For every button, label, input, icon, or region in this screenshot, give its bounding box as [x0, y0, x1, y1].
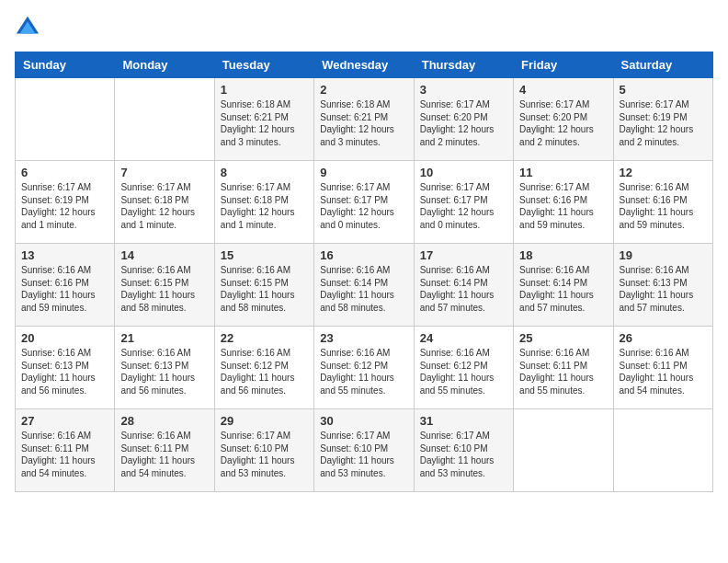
calendar-cell [16, 78, 115, 161]
calendar-cell: 24Sunrise: 6:16 AM Sunset: 6:12 PM Dayli… [414, 327, 513, 409]
cell-content: Sunrise: 6:16 AM Sunset: 6:11 PM Dayligh… [519, 347, 607, 396]
cell-content: Sunrise: 6:16 AM Sunset: 6:15 PM Dayligh… [120, 264, 208, 314]
calendar-cell: 5Sunrise: 6:17 AM Sunset: 6:19 PM Daylig… [613, 78, 712, 161]
cell-content: Sunrise: 6:16 AM Sunset: 6:11 PM Dayligh… [620, 347, 707, 396]
weekday-header-saturday: Saturday [613, 52, 712, 78]
calendar-cell: 6Sunrise: 6:17 AM Sunset: 6:19 PM Daylig… [16, 161, 115, 244]
day-number: 15 [221, 248, 308, 262]
day-number: 10 [420, 166, 507, 179]
calendar-week-row: 13Sunrise: 6:16 AM Sunset: 6:16 PM Dayli… [16, 244, 713, 327]
calendar-cell [613, 409, 712, 492]
day-number: 2 [320, 83, 407, 97]
calendar-cell: 18Sunrise: 6:16 AM Sunset: 6:14 PM Dayli… [514, 244, 613, 327]
day-number: 23 [320, 331, 407, 345]
calendar-cell: 20Sunrise: 6:16 AM Sunset: 6:13 PM Dayli… [16, 327, 115, 409]
day-number: 12 [620, 166, 707, 179]
day-number: 8 [221, 166, 308, 179]
calendar-cell: 30Sunrise: 6:17 AM Sunset: 6:10 PM Dayli… [314, 409, 414, 492]
cell-content: Sunrise: 6:17 AM Sunset: 6:10 PM Dayligh… [420, 430, 507, 479]
cell-content: Sunrise: 6:17 AM Sunset: 6:10 PM Dayligh… [320, 430, 407, 479]
day-number: 5 [620, 83, 707, 97]
day-number: 6 [21, 166, 108, 179]
cell-content: Sunrise: 6:17 AM Sunset: 6:18 PM Dayligh… [120, 181, 208, 231]
cell-content: Sunrise: 6:16 AM Sunset: 6:16 PM Dayligh… [620, 181, 707, 231]
calendar-cell: 3Sunrise: 6:17 AM Sunset: 6:20 PM Daylig… [414, 78, 513, 161]
day-number: 21 [120, 331, 208, 345]
weekday-header-wednesday: Wednesday [314, 52, 414, 78]
day-number: 29 [221, 414, 308, 428]
cell-content: Sunrise: 6:16 AM Sunset: 6:14 PM Dayligh… [420, 264, 507, 314]
day-number: 17 [420, 248, 507, 262]
day-number: 13 [21, 248, 108, 262]
day-number: 20 [21, 331, 108, 345]
day-number: 31 [420, 414, 507, 428]
calendar-week-row: 27Sunrise: 6:16 AM Sunset: 6:11 PM Dayli… [16, 409, 713, 492]
calendar-week-row: 6Sunrise: 6:17 AM Sunset: 6:19 PM Daylig… [16, 161, 713, 244]
day-number: 7 [120, 166, 208, 179]
calendar-cell: 25Sunrise: 6:16 AM Sunset: 6:11 PM Dayli… [514, 327, 613, 409]
calendar-cell: 10Sunrise: 6:17 AM Sunset: 6:17 PM Dayli… [414, 161, 513, 244]
cell-content: Sunrise: 6:17 AM Sunset: 6:20 PM Dayligh… [519, 98, 607, 148]
cell-content: Sunrise: 6:17 AM Sunset: 6:19 PM Dayligh… [620, 98, 707, 148]
calendar-cell: 7Sunrise: 6:17 AM Sunset: 6:18 PM Daylig… [115, 161, 214, 244]
calendar-cell: 19Sunrise: 6:16 AM Sunset: 6:13 PM Dayli… [613, 244, 712, 327]
day-number: 19 [620, 248, 707, 262]
cell-content: Sunrise: 6:18 AM Sunset: 6:21 PM Dayligh… [320, 98, 407, 148]
weekday-header-sunday: Sunday [16, 52, 115, 78]
calendar-cell [115, 78, 214, 161]
calendar-cell: 29Sunrise: 6:17 AM Sunset: 6:10 PM Dayli… [214, 409, 313, 492]
day-number: 22 [221, 331, 308, 345]
weekday-header-friday: Friday [514, 52, 613, 78]
cell-content: Sunrise: 6:16 AM Sunset: 6:14 PM Dayligh… [320, 264, 407, 314]
day-number: 14 [120, 248, 208, 262]
calendar-cell: 15Sunrise: 6:16 AM Sunset: 6:15 PM Dayli… [214, 244, 313, 327]
day-number: 24 [420, 331, 507, 345]
day-number: 16 [320, 248, 407, 262]
calendar-cell [514, 409, 613, 492]
day-number: 1 [221, 83, 308, 97]
calendar-cell: 21Sunrise: 6:16 AM Sunset: 6:13 PM Dayli… [115, 327, 214, 409]
cell-content: Sunrise: 6:16 AM Sunset: 6:15 PM Dayligh… [221, 264, 308, 314]
calendar-cell: 12Sunrise: 6:16 AM Sunset: 6:16 PM Dayli… [613, 161, 712, 244]
cell-content: Sunrise: 6:16 AM Sunset: 6:12 PM Dayligh… [221, 347, 308, 396]
day-number: 30 [320, 414, 407, 428]
cell-content: Sunrise: 6:16 AM Sunset: 6:12 PM Dayligh… [320, 347, 407, 396]
day-number: 27 [21, 414, 108, 428]
calendar-cell: 17Sunrise: 6:16 AM Sunset: 6:14 PM Dayli… [414, 244, 513, 327]
calendar-cell: 31Sunrise: 6:17 AM Sunset: 6:10 PM Dayli… [414, 409, 513, 492]
cell-content: Sunrise: 6:16 AM Sunset: 6:16 PM Dayligh… [21, 264, 108, 314]
day-number: 18 [519, 248, 607, 262]
calendar-cell: 2Sunrise: 6:18 AM Sunset: 6:21 PM Daylig… [314, 78, 414, 161]
weekday-header-row: SundayMondayTuesdayWednesdayThursdayFrid… [16, 52, 713, 78]
cell-content: Sunrise: 6:16 AM Sunset: 6:12 PM Dayligh… [420, 347, 507, 396]
day-number: 9 [320, 166, 407, 179]
cell-content: Sunrise: 6:17 AM Sunset: 6:20 PM Dayligh… [420, 98, 507, 148]
calendar-cell: 1Sunrise: 6:18 AM Sunset: 6:21 PM Daylig… [214, 78, 313, 161]
calendar-cell: 13Sunrise: 6:16 AM Sunset: 6:16 PM Dayli… [16, 244, 115, 327]
day-number: 11 [519, 166, 607, 179]
cell-content: Sunrise: 6:16 AM Sunset: 6:11 PM Dayligh… [120, 430, 208, 479]
calendar-week-row: 20Sunrise: 6:16 AM Sunset: 6:13 PM Dayli… [16, 327, 713, 409]
calendar-cell: 22Sunrise: 6:16 AM Sunset: 6:12 PM Dayli… [214, 327, 313, 409]
day-number: 25 [519, 331, 607, 345]
logo [15, 15, 44, 40]
calendar-cell: 26Sunrise: 6:16 AM Sunset: 6:11 PM Dayli… [613, 327, 712, 409]
day-number: 26 [620, 331, 707, 345]
calendar-week-row: 1Sunrise: 6:18 AM Sunset: 6:21 PM Daylig… [16, 78, 713, 161]
calendar-cell: 11Sunrise: 6:17 AM Sunset: 6:16 PM Dayli… [514, 161, 613, 244]
day-number: 4 [519, 83, 607, 97]
calendar-cell: 27Sunrise: 6:16 AM Sunset: 6:11 PM Dayli… [16, 409, 115, 492]
cell-content: Sunrise: 6:16 AM Sunset: 6:14 PM Dayligh… [519, 264, 607, 314]
cell-content: Sunrise: 6:16 AM Sunset: 6:13 PM Dayligh… [120, 347, 208, 396]
calendar-cell: 28Sunrise: 6:16 AM Sunset: 6:11 PM Dayli… [115, 409, 214, 492]
day-number: 3 [420, 83, 507, 97]
cell-content: Sunrise: 6:17 AM Sunset: 6:17 PM Dayligh… [420, 181, 507, 231]
cell-content: Sunrise: 6:18 AM Sunset: 6:21 PM Dayligh… [221, 98, 308, 148]
page-header [15, 15, 713, 40]
calendar-cell: 8Sunrise: 6:17 AM Sunset: 6:18 PM Daylig… [214, 161, 313, 244]
weekday-header-monday: Monday [115, 52, 214, 78]
cell-content: Sunrise: 6:17 AM Sunset: 6:16 PM Dayligh… [519, 181, 607, 231]
calendar-cell: 14Sunrise: 6:16 AM Sunset: 6:15 PM Dayli… [115, 244, 214, 327]
calendar-cell: 4Sunrise: 6:17 AM Sunset: 6:20 PM Daylig… [514, 78, 613, 161]
weekday-header-tuesday: Tuesday [214, 52, 313, 78]
